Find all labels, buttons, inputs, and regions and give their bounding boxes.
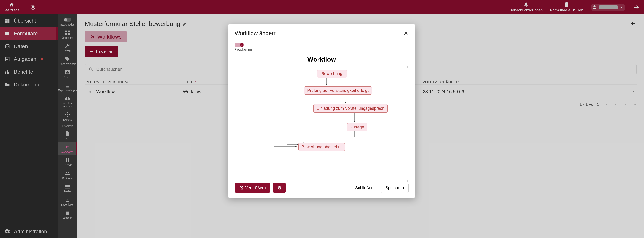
node-zusage[interactable]: Zusage <box>347 123 367 131</box>
print-button[interactable] <box>273 183 286 193</box>
diagram-edges <box>235 66 408 182</box>
flowdiagram-label: Flowdiagramm <box>235 48 254 51</box>
enlarge-button[interactable]: Vergrößern <box>235 183 270 193</box>
open-in-new-icon <box>239 186 243 190</box>
close-button[interactable]: Schließen <box>351 183 378 193</box>
modal-title: Workflow ändern <box>235 30 277 36</box>
node-pruefung[interactable]: Prüfung auf Vollständigkeit erfolgt <box>304 86 372 95</box>
print-icon <box>278 186 282 190</box>
switch-on-icon <box>235 43 244 47</box>
workflow-modal: Workflow ändern Flowdiagramm Workflow [B… <box>228 24 415 198</box>
close-icon[interactable] <box>403 31 408 36</box>
flowdiagram-toggle[interactable]: Flowdiagramm <box>235 43 408 51</box>
diagram-title: Workflow <box>235 56 408 63</box>
node-bewerbung[interactable]: [Bewerbung] <box>317 69 347 78</box>
node-einladung[interactable]: Einladung zum Vorstellungsgespräch <box>314 104 388 112</box>
node-abgelehnt[interactable]: Bewerbung abgelehnt <box>298 143 345 151</box>
workflow-diagram: [Bewerbung] Prüfung auf Vollständigkeit … <box>235 66 408 182</box>
save-button[interactable]: Speichern <box>381 183 408 193</box>
